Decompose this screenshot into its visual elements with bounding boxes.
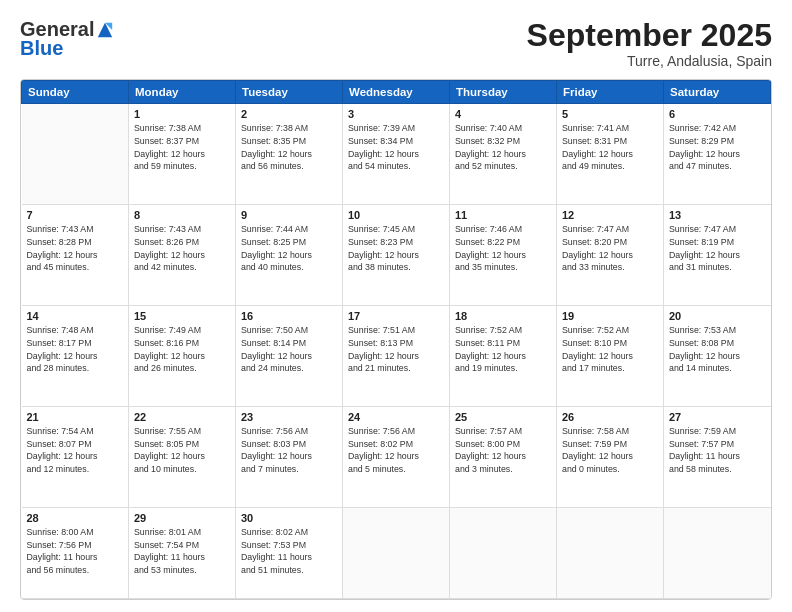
month-title: September 2025 [527, 18, 772, 53]
day-number: 28 [27, 512, 124, 524]
day-info: Sunrise: 7:56 AMSunset: 8:03 PMDaylight:… [241, 425, 337, 476]
table-row: 13Sunrise: 7:47 AMSunset: 8:19 PMDayligh… [664, 205, 771, 306]
day-number: 12 [562, 209, 658, 221]
day-info: Sunrise: 7:47 AMSunset: 8:20 PMDaylight:… [562, 223, 658, 274]
table-row: 19Sunrise: 7:52 AMSunset: 8:10 PMDayligh… [557, 306, 664, 407]
day-info: Sunrise: 7:51 AMSunset: 8:13 PMDaylight:… [348, 324, 444, 375]
day-number: 6 [669, 108, 766, 120]
logo-blue-text: Blue [20, 37, 63, 60]
day-info: Sunrise: 8:02 AMSunset: 7:53 PMDaylight:… [241, 526, 337, 577]
table-row: 2Sunrise: 7:38 AMSunset: 8:35 PMDaylight… [236, 104, 343, 205]
table-row: 26Sunrise: 7:58 AMSunset: 7:59 PMDayligh… [557, 406, 664, 507]
title-area: September 2025 Turre, Andalusia, Spain [527, 18, 772, 69]
table-row: 6Sunrise: 7:42 AMSunset: 8:29 PMDaylight… [664, 104, 771, 205]
day-info: Sunrise: 7:39 AMSunset: 8:34 PMDaylight:… [348, 122, 444, 173]
table-row: 5Sunrise: 7:41 AMSunset: 8:31 PMDaylight… [557, 104, 664, 205]
day-number: 8 [134, 209, 230, 221]
page: General Blue September 2025 Turre, Andal… [0, 0, 792, 612]
table-row: 12Sunrise: 7:47 AMSunset: 8:20 PMDayligh… [557, 205, 664, 306]
day-info: Sunrise: 7:53 AMSunset: 8:08 PMDaylight:… [669, 324, 766, 375]
table-row: 11Sunrise: 7:46 AMSunset: 8:22 PMDayligh… [450, 205, 557, 306]
day-info: Sunrise: 7:44 AMSunset: 8:25 PMDaylight:… [241, 223, 337, 274]
table-row: 20Sunrise: 7:53 AMSunset: 8:08 PMDayligh… [664, 306, 771, 407]
day-info: Sunrise: 7:43 AMSunset: 8:28 PMDaylight:… [27, 223, 124, 274]
calendar-table: Sunday Monday Tuesday Wednesday Thursday… [21, 80, 771, 599]
calendar-week-row: 21Sunrise: 7:54 AMSunset: 8:07 PMDayligh… [22, 406, 771, 507]
day-info: Sunrise: 7:40 AMSunset: 8:32 PMDaylight:… [455, 122, 551, 173]
day-number: 21 [27, 411, 124, 423]
day-number: 23 [241, 411, 337, 423]
day-info: Sunrise: 7:45 AMSunset: 8:23 PMDaylight:… [348, 223, 444, 274]
day-info: Sunrise: 7:47 AMSunset: 8:19 PMDaylight:… [669, 223, 766, 274]
calendar-week-row: 14Sunrise: 7:48 AMSunset: 8:17 PMDayligh… [22, 306, 771, 407]
day-number: 26 [562, 411, 658, 423]
calendar-week-row: 28Sunrise: 8:00 AMSunset: 7:56 PMDayligh… [22, 507, 771, 598]
day-number: 24 [348, 411, 444, 423]
table-row: 29Sunrise: 8:01 AMSunset: 7:54 PMDayligh… [129, 507, 236, 598]
table-row: 10Sunrise: 7:45 AMSunset: 8:23 PMDayligh… [343, 205, 450, 306]
day-info: Sunrise: 7:52 AMSunset: 8:11 PMDaylight:… [455, 324, 551, 375]
day-info: Sunrise: 7:49 AMSunset: 8:16 PMDaylight:… [134, 324, 230, 375]
table-row [557, 507, 664, 598]
table-row: 25Sunrise: 7:57 AMSunset: 8:00 PMDayligh… [450, 406, 557, 507]
day-number: 1 [134, 108, 230, 120]
table-row: 27Sunrise: 7:59 AMSunset: 7:57 PMDayligh… [664, 406, 771, 507]
table-row: 9Sunrise: 7:44 AMSunset: 8:25 PMDaylight… [236, 205, 343, 306]
day-info: Sunrise: 7:43 AMSunset: 8:26 PMDaylight:… [134, 223, 230, 274]
header-sunday: Sunday [22, 81, 129, 104]
logo-icon [96, 21, 114, 39]
table-row [450, 507, 557, 598]
header-thursday: Thursday [450, 81, 557, 104]
day-number: 13 [669, 209, 766, 221]
day-number: 22 [134, 411, 230, 423]
table-row: 3Sunrise: 7:39 AMSunset: 8:34 PMDaylight… [343, 104, 450, 205]
day-number: 10 [348, 209, 444, 221]
table-row: 24Sunrise: 7:56 AMSunset: 8:02 PMDayligh… [343, 406, 450, 507]
day-info: Sunrise: 7:48 AMSunset: 8:17 PMDaylight:… [27, 324, 124, 375]
table-row: 16Sunrise: 7:50 AMSunset: 8:14 PMDayligh… [236, 306, 343, 407]
day-number: 19 [562, 310, 658, 322]
table-row: 15Sunrise: 7:49 AMSunset: 8:16 PMDayligh… [129, 306, 236, 407]
day-number: 11 [455, 209, 551, 221]
day-number: 14 [27, 310, 124, 322]
day-number: 29 [134, 512, 230, 524]
day-info: Sunrise: 7:56 AMSunset: 8:02 PMDaylight:… [348, 425, 444, 476]
day-number: 17 [348, 310, 444, 322]
day-info: Sunrise: 7:52 AMSunset: 8:10 PMDaylight:… [562, 324, 658, 375]
table-row: 1Sunrise: 7:38 AMSunset: 8:37 PMDaylight… [129, 104, 236, 205]
table-row: 18Sunrise: 7:52 AMSunset: 8:11 PMDayligh… [450, 306, 557, 407]
day-number: 16 [241, 310, 337, 322]
table-row: 23Sunrise: 7:56 AMSunset: 8:03 PMDayligh… [236, 406, 343, 507]
day-info: Sunrise: 7:55 AMSunset: 8:05 PMDaylight:… [134, 425, 230, 476]
day-info: Sunrise: 7:58 AMSunset: 7:59 PMDaylight:… [562, 425, 658, 476]
day-info: Sunrise: 7:42 AMSunset: 8:29 PMDaylight:… [669, 122, 766, 173]
day-number: 27 [669, 411, 766, 423]
day-number: 3 [348, 108, 444, 120]
calendar-week-row: 7Sunrise: 7:43 AMSunset: 8:28 PMDaylight… [22, 205, 771, 306]
day-number: 25 [455, 411, 551, 423]
table-row [343, 507, 450, 598]
table-row: 8Sunrise: 7:43 AMSunset: 8:26 PMDaylight… [129, 205, 236, 306]
header: General Blue September 2025 Turre, Andal… [20, 18, 772, 69]
day-number: 20 [669, 310, 766, 322]
table-row: 30Sunrise: 8:02 AMSunset: 7:53 PMDayligh… [236, 507, 343, 598]
header-friday: Friday [557, 81, 664, 104]
day-number: 18 [455, 310, 551, 322]
day-info: Sunrise: 7:41 AMSunset: 8:31 PMDaylight:… [562, 122, 658, 173]
day-info: Sunrise: 8:01 AMSunset: 7:54 PMDaylight:… [134, 526, 230, 577]
calendar-week-row: 1Sunrise: 7:38 AMSunset: 8:37 PMDaylight… [22, 104, 771, 205]
header-tuesday: Tuesday [236, 81, 343, 104]
day-number: 2 [241, 108, 337, 120]
table-row: 7Sunrise: 7:43 AMSunset: 8:28 PMDaylight… [22, 205, 129, 306]
table-row: 14Sunrise: 7:48 AMSunset: 8:17 PMDayligh… [22, 306, 129, 407]
day-number: 4 [455, 108, 551, 120]
day-info: Sunrise: 7:38 AMSunset: 8:37 PMDaylight:… [134, 122, 230, 173]
day-info: Sunrise: 7:57 AMSunset: 8:00 PMDaylight:… [455, 425, 551, 476]
day-number: 30 [241, 512, 337, 524]
header-wednesday: Wednesday [343, 81, 450, 104]
header-saturday: Saturday [664, 81, 771, 104]
table-row: 4Sunrise: 7:40 AMSunset: 8:32 PMDaylight… [450, 104, 557, 205]
calendar: Sunday Monday Tuesday Wednesday Thursday… [20, 79, 772, 600]
day-number: 9 [241, 209, 337, 221]
table-row: 21Sunrise: 7:54 AMSunset: 8:07 PMDayligh… [22, 406, 129, 507]
